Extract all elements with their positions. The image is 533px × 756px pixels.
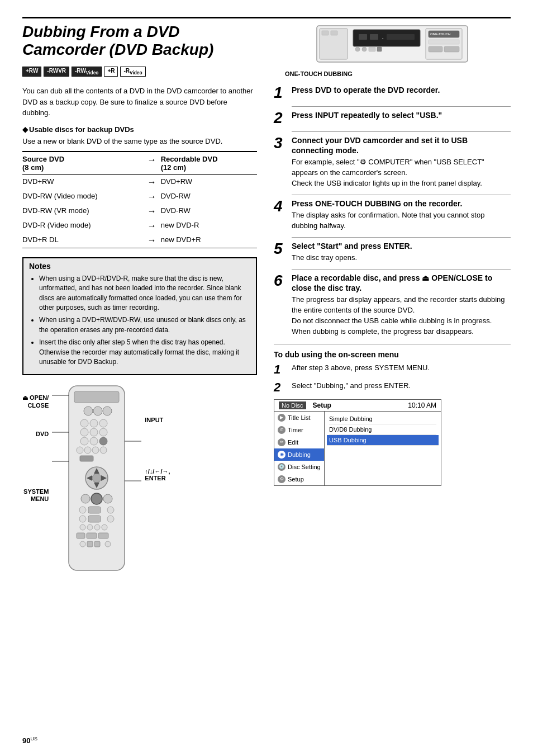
- step-6: 6 Place a recordable disc, and press ⏏ O…: [274, 273, 511, 337]
- step-2: 2 Press INPUT repeatedly to select "USB.…: [274, 110, 511, 126]
- svg-point-36: [94, 525, 100, 530]
- table-target-cell: DVD-RW: [161, 190, 257, 204]
- menu-content-area: Simple DubbingDV/D8 DubbingUSB Dubbing: [325, 412, 441, 485]
- table-target-cell: DVD+RW: [161, 174, 257, 190]
- menu-content-item-usb-dubbing[interactable]: USB Dubbing: [327, 435, 439, 446]
- svg-point-33: [107, 516, 114, 522]
- menu-sidebar-item-edit[interactable]: ✏ Edit: [274, 436, 324, 448]
- menu-item-label: Edit: [288, 439, 298, 446]
- menu-item-icon: ✏: [278, 438, 285, 446]
- table-row: DVD+R DL → new DVD+R: [22, 233, 257, 248]
- menu-sidebar-item-dubbing[interactable]: ◉ Dubbing: [274, 448, 324, 461]
- svg-point-41: [80, 541, 85, 547]
- step-title: Press ONE-TOUCH DUBBING on the recorder.: [292, 199, 511, 209]
- step-title: Select "Start" and press ENTER.: [292, 241, 511, 251]
- svg-point-2: [84, 407, 93, 415]
- svg-point-9: [90, 428, 98, 436]
- svg-rect-39: [87, 533, 97, 538]
- svg-point-59: [355, 47, 360, 51]
- onscreen-step-number: 1: [274, 363, 287, 376]
- svg-point-35: [87, 525, 93, 530]
- menu-body: ▶ Title List⏱ Timer✏ Edit◉ Dubbing💿 Disc…: [274, 412, 441, 485]
- table-target-cell: new DVD+R: [161, 233, 257, 248]
- step-title: Connect your DVD camcorder and set it to…: [292, 135, 511, 155]
- svg-rect-55: [359, 34, 367, 40]
- svg-rect-71: [444, 46, 459, 52]
- right-column: • ONE-TOUCH: [274, 23, 511, 739]
- menu-sidebar-item-title-list[interactable]: ▶ Title List: [274, 412, 324, 424]
- svg-rect-40: [98, 533, 108, 538]
- onscreen-step-title: After step 3 above, press SYSTEM MENU.: [292, 363, 511, 373]
- svg-rect-43: [94, 541, 100, 547]
- svg-rect-1: [74, 391, 119, 403]
- notes-item: When using a DVD+R/DVD-R, make sure that…: [39, 274, 250, 313]
- table-arrow-cell: →: [147, 219, 161, 233]
- badge-rvideo: -RVideo: [120, 67, 145, 77]
- svg-rect-62: [377, 47, 382, 51]
- svg-point-44: [105, 541, 111, 547]
- menu-header-left: No Disc Setup: [279, 401, 331, 409]
- table-arrow-cell: →: [147, 190, 161, 204]
- svg-point-11: [80, 437, 88, 445]
- notes-item: When using a DVD+RW/DVD-RW, use unused o…: [39, 315, 250, 335]
- top-border: [22, 17, 511, 18]
- step-number: 5: [274, 241, 287, 257]
- menu-time: 10:10 AM: [408, 401, 436, 409]
- step-body: For example, select "⚙ COMPUTER" when "U…: [292, 157, 511, 189]
- svg-point-3: [93, 407, 102, 415]
- svg-point-34: [80, 525, 85, 530]
- menu-item-icon: ⏱: [278, 426, 285, 434]
- menu-sidebar-item-setup[interactable]: ⚙ Setup: [274, 473, 324, 485]
- step-body: The progress bar display appears, and th…: [292, 295, 511, 337]
- svg-rect-52: [322, 31, 329, 35]
- table-row: DVD-RW (VR mode) → DVD-RW: [22, 204, 257, 219]
- label-system-menu: SYSTEMMENU: [22, 488, 49, 503]
- svg-point-16: [92, 447, 99, 453]
- step-content: Place a recordable disc, and press ⏏ OPE…: [292, 273, 511, 337]
- table-row: DVD-R (Video mode) → new DVD-R: [22, 219, 257, 233]
- onscreen-step-title: Select "Dubbing," and press ENTER.: [292, 381, 511, 391]
- svg-point-10: [99, 428, 107, 436]
- svg-text:ONE-TOUCH: ONE-TOUCH: [430, 32, 450, 36]
- step-divider: [292, 131, 511, 132]
- notes-item: Insert the disc only after step 5 when t…: [39, 338, 250, 367]
- svg-point-7: [99, 419, 107, 427]
- svg-point-20: [92, 474, 101, 483]
- step-5: 5 Select "Start" and press ENTER. The di…: [274, 241, 511, 263]
- main-title: Dubbing From a DVD Camcorder (DVD Backup…: [22, 23, 257, 59]
- onscreen-step-2: 2 Select "Dubbing," and press ENTER.: [274, 381, 511, 394]
- menu-item-icon: ⚙: [278, 475, 285, 483]
- label-dvd: DVD: [22, 431, 49, 438]
- onscreen-step-1: 1 After step 3 above, press SYSTEM MENU.: [274, 363, 511, 376]
- table-col1-header: Source DVD(8 cm): [22, 152, 147, 175]
- step-content: Press INPUT repeatedly to select "USB.": [292, 110, 511, 122]
- badge-rw-plus: +RW: [22, 67, 41, 77]
- device-label: ONE-TOUCH DUBBING: [285, 70, 511, 77]
- menu-sidebar: ▶ Title List⏱ Timer✏ Edit◉ Dubbing💿 Disc…: [274, 412, 325, 485]
- disc-badges: +RW -RWVR -RWVideo +R -RVideo: [22, 67, 257, 77]
- svg-point-27: [103, 494, 112, 503]
- svg-rect-38: [77, 533, 85, 538]
- table-arrow-header: →: [147, 152, 161, 175]
- menu-item-icon: ◉: [278, 451, 285, 459]
- label-input: INPUT: [145, 417, 170, 423]
- table-source-cell: DVD-RW (VR mode): [22, 204, 147, 219]
- svg-point-8: [80, 428, 88, 436]
- intro-text: You can dub all the contents of a DVD in…: [22, 86, 257, 119]
- svg-point-26: [91, 493, 102, 504]
- menu-item-label: Title List: [288, 414, 311, 421]
- step-content: Press ONE-TOUCH DUBBING on the recorder.…: [292, 199, 511, 231]
- onscreen-step-number: 2: [274, 381, 287, 394]
- menu-sidebar-item-timer[interactable]: ⏱ Timer: [274, 424, 324, 436]
- onscreen-step-content: After step 3 above, press SYSTEM MENU.: [292, 363, 511, 375]
- svg-rect-58: [387, 34, 415, 40]
- svg-point-30: [107, 507, 114, 513]
- step-divider: [292, 106, 511, 107]
- svg-point-4: [103, 407, 112, 415]
- svg-point-6: [90, 419, 98, 427]
- step-divider: [292, 195, 511, 195]
- menu-content-item-dv/d8-dubbing: DV/D8 Dubbing: [329, 424, 436, 435]
- menu-sidebar-item-disc-setting[interactable]: 💿 Disc Setting: [274, 461, 324, 473]
- badge-rwvr: -RWVR: [44, 67, 69, 77]
- step-3: 3 Connect your DVD camcorder and set it …: [274, 135, 511, 189]
